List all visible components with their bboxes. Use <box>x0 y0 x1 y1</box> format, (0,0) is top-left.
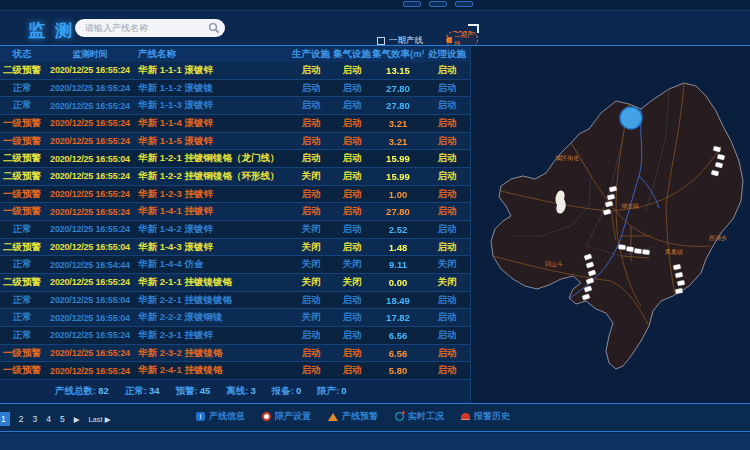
table-cell: 启动 <box>290 364 332 377</box>
summary-item: 预警:45 <box>176 385 211 398</box>
factory-marker[interactable] <box>634 248 642 253</box>
table-row[interactable]: 二级预警2020/12/25 16:55:24华新 2-1-1 挂镀镍镀铬关闭关… <box>0 274 470 292</box>
table-cell: 13.15 <box>372 65 424 76</box>
page-button[interactable]: 1 <box>0 412 10 426</box>
column-header[interactable]: 状态 <box>0 48 44 61</box>
table-row[interactable]: 一级预警2020/12/25 16:55:24华新 1-4-1 挂镀锌启动启动2… <box>0 203 470 221</box>
table-cell: 正常 <box>0 294 44 307</box>
factory-marker[interactable] <box>642 249 650 254</box>
checkbox-unchecked-icon <box>377 37 385 45</box>
table-row[interactable]: 正常2020/12/25 16:55:24华新 1-4-2 滚镀锌关闭启动2.5… <box>0 221 470 239</box>
table-row[interactable]: 二级预警2020/12/25 16:55:04华新 1-4-3 滚镀锌关闭启动1… <box>0 239 470 257</box>
table-cell: 二级预警 <box>0 276 44 289</box>
next-page-button[interactable]: ▶ <box>74 415 80 424</box>
last-page-button[interactable]: Last ▶ <box>88 415 110 424</box>
table-row[interactable]: 二级预警2020/12/25 16:55:04华新 1-2-1 挂镀铜镍铬（龙门… <box>0 150 470 168</box>
factory-marker[interactable] <box>626 246 634 251</box>
table-row[interactable]: 正常2020/12/25 16:54:44华新 1-4-4 仿金关闭关闭9.11… <box>0 256 470 274</box>
table-cell: 二级预警 <box>0 152 44 165</box>
table-cell: 关闭 <box>290 241 332 254</box>
search-icon[interactable] <box>208 22 220 34</box>
table-cell: 启动 <box>424 188 470 201</box>
summary-item: 产线总数:82 <box>55 385 109 398</box>
factory-marker[interactable] <box>618 244 626 249</box>
page-button[interactable]: 4 <box>46 414 51 424</box>
toolbar-button-label: 限产设置 <box>275 410 311 423</box>
table-cell: 启动 <box>424 99 470 112</box>
table-row[interactable]: 正常2020/12/25 16:55:04华新 2-2-2 滚镀铜镍关闭启动17… <box>0 309 470 327</box>
table-cell: 启动 <box>424 170 470 183</box>
table-cell: 一级预警 <box>0 117 44 130</box>
toolbar-button[interactable]: 实时工况 <box>395 410 444 423</box>
column-header[interactable]: 处理设施 <box>424 48 470 61</box>
table-cell: 2020/12/25 16:55:04 <box>44 295 136 305</box>
table-cell: 关闭 <box>332 258 372 271</box>
toolbar-button-label: 产线信息 <box>209 410 245 423</box>
table-cell: 华新 1-1-5 滚镀锌 <box>136 135 290 148</box>
table-cell: 17.82 <box>372 312 424 323</box>
page-button[interactable]: 2 <box>19 414 24 424</box>
search-input[interactable] <box>75 19 225 37</box>
table-row[interactable]: 正常2020/12/25 16:55:04华新 2-2-1 挂镀镍镀铬启动启动1… <box>0 292 470 310</box>
map-place-label: 凤凰镇 <box>665 249 683 255</box>
table-row[interactable]: 一级预警2020/12/25 16:55:24华新 1-1-4 滚镀锌启动启动3… <box>0 115 470 133</box>
table-cell: 启动 <box>424 64 470 77</box>
table-cell: 关闭 <box>290 276 332 289</box>
summary-item: 限产:0 <box>317 385 346 398</box>
table-cell: 启动 <box>424 311 470 324</box>
alert-circle-marker[interactable] <box>620 107 642 129</box>
table-cell: 关闭 <box>290 170 332 183</box>
table-cell: 启动 <box>290 117 332 130</box>
column-header[interactable]: 集气效率(m³/s) <box>372 48 424 61</box>
table-cell: 启动 <box>290 188 332 201</box>
table-header: 状态监测时间产线名称生产设施集气设施集气效率(m³/s)处理设施 <box>0 46 470 62</box>
table-cell: 华新 1-4-2 滚镀锌 <box>136 223 290 236</box>
table-cell: 一级预警 <box>0 205 44 218</box>
map-panel[interactable]: 城区街道湖东镇回山斗凤凰镇西湖乡 <box>470 46 750 403</box>
table-cell: 2020/12/25 16:55:24 <box>44 366 136 376</box>
page-button[interactable]: 3 <box>32 414 37 424</box>
table-row[interactable]: 一级预警2020/12/25 16:55:24华新 2-4-1 挂镀镍铬启动启动… <box>0 362 470 380</box>
table-cell: 启动 <box>332 117 372 130</box>
table-cell: 华新 1-4-4 仿金 <box>136 258 290 271</box>
column-header[interactable]: 集气设施 <box>332 48 372 61</box>
table-cell: 正常 <box>0 329 44 342</box>
table-cell: 关闭 <box>290 258 332 271</box>
map-place-label: 西湖乡 <box>709 235 727 242</box>
table-row[interactable]: 正常2020/12/25 16:55:24华新 2-3-1 挂镀锌启动启动6.5… <box>0 327 470 345</box>
top-strip <box>0 0 750 11</box>
toolbar-button[interactable]: i产线信息 <box>196 410 245 423</box>
table-cell: 启动 <box>332 241 372 254</box>
page-button[interactable]: 5 <box>60 414 65 424</box>
column-header[interactable]: 生产设施 <box>290 48 332 61</box>
table-cell: 2020/12/25 16:55:24 <box>44 277 136 287</box>
table-row[interactable]: 一级预警2020/12/25 16:55:24华新 2-3-2 挂镀镍铬启动启动… <box>0 345 470 363</box>
column-header[interactable]: 监测时间 <box>44 48 136 61</box>
table-cell: 2020/12/25 16:55:24 <box>44 330 136 340</box>
table-cell: 5.80 <box>372 365 424 376</box>
column-header[interactable]: 产线名称 <box>136 48 290 61</box>
toolbar-button[interactable]: 限产设置 <box>262 410 311 423</box>
table-cell: 正常 <box>0 223 44 236</box>
table-cell: 启动 <box>424 205 470 218</box>
page-title: 监测 <box>28 19 82 42</box>
district-map: 城区街道湖东镇回山斗凤凰镇西湖乡 <box>471 46 750 403</box>
table-row[interactable]: 一级预警2020/12/25 16:55:24华新 1-2-3 挂镀锌启动启动1… <box>0 186 470 204</box>
table-cell: 一级预警 <box>0 347 44 360</box>
toolbar-button[interactable]: 产线预警 <box>328 410 378 423</box>
summary-value: 82 <box>98 385 109 396</box>
table-row[interactable]: 二级预警2020/12/25 16:55:24华新 1-2-2 挂镀铜镍铬（环形… <box>0 168 470 186</box>
table-cell: 启动 <box>424 82 470 95</box>
table-row[interactable]: 二级预警2020/12/25 16:55:24华新 1-1-1 滚镀锌启动启动1… <box>0 62 470 80</box>
table-row[interactable]: 正常2020/12/25 16:55:24华新 1-1-2 滚镀镍启动启动27.… <box>0 80 470 98</box>
toolbar-button-label: 产线预警 <box>342 410 378 423</box>
table-row[interactable]: 一级预警2020/12/25 16:55:24华新 1-1-5 滚镀锌启动启动3… <box>0 133 470 151</box>
corner-bracket-decoration <box>468 24 479 33</box>
table-cell: 正常 <box>0 258 44 271</box>
map-place-label: 城区街道 <box>555 154 579 162</box>
table-row[interactable]: 正常2020/12/25 16:55:24华新 1-1-3 滚镀锌启动启动27.… <box>0 97 470 115</box>
table-cell: 0.00 <box>372 277 424 288</box>
table-cell: 一级预警 <box>0 364 44 377</box>
summary-value: 45 <box>200 385 211 396</box>
toolbar-button[interactable]: 报警历史 <box>461 410 510 423</box>
